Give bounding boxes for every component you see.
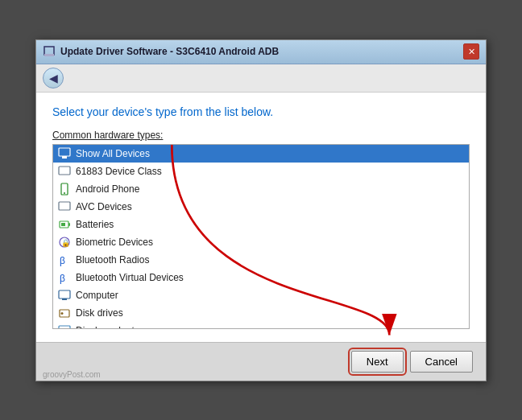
list-item-icon: 🔒 — [58, 236, 71, 249]
list-item-label: Show All Devices — [76, 148, 150, 159]
list-item-icon — [58, 165, 71, 178]
svg-text:β: β — [60, 255, 65, 266]
list-item-icon: β — [58, 253, 71, 266]
window-title: Update Driver Software - S3C6410 Android… — [60, 46, 458, 57]
title-bar: Update Driver Software - S3C6410 Android… — [36, 40, 486, 64]
list-item-label: Android Phone — [76, 183, 139, 195]
list-item-icon — [58, 307, 71, 319]
svg-rect-19 — [59, 326, 70, 329]
list-item-icon — [58, 200, 71, 213]
svg-rect-7 — [59, 202, 70, 210]
list-item-icon — [58, 324, 71, 329]
content-area: Select your device's type from the list … — [36, 93, 486, 342]
list-item[interactable]: 🔒Biometric Devices — [53, 233, 469, 251]
list-item-label: Disk drives — [76, 307, 123, 319]
cancel-button[interactable]: Cancel — [410, 351, 473, 373]
nav-bar: ◀ — [36, 64, 486, 93]
list-label: Common hardware types: — [52, 130, 470, 141]
watermark: groovyPost.com — [43, 370, 101, 379]
list-item[interactable]: Batteries — [53, 216, 469, 233]
svg-rect-15 — [59, 290, 70, 299]
footer: groovyPost.com Next Cancel — [36, 342, 486, 381]
list-item-label: Bluetooth Radios — [76, 254, 149, 266]
list-item[interactable]: 61883 Device Class — [53, 163, 469, 180]
svg-rect-2 — [59, 148, 70, 156]
svg-text:🔒: 🔒 — [61, 238, 71, 248]
list-item-label: Computer — [76, 290, 118, 301]
list-item-icon — [58, 289, 71, 302]
list-item[interactable]: Disk drives — [53, 304, 469, 322]
next-button[interactable]: Next — [351, 351, 404, 373]
back-button[interactable]: ◀ — [43, 68, 64, 89]
svg-text:β: β — [60, 273, 65, 284]
svg-rect-4 — [59, 167, 70, 175]
svg-point-6 — [64, 192, 65, 194]
list-item-icon: β — [58, 271, 71, 284]
list-item[interactable]: Computer — [53, 286, 469, 304]
list-item-label: Batteries — [76, 219, 114, 230]
close-button[interactable]: ✕ — [463, 43, 479, 60]
list-item[interactable]: Show All Devices — [53, 145, 469, 163]
svg-rect-0 — [44, 47, 54, 55]
list-item-label: Biometric Devices — [76, 237, 153, 248]
list-item-label: Bluetooth Virtual Devices — [76, 272, 184, 283]
list-item-label: AVC Devices — [76, 201, 132, 212]
list-item[interactable]: βBluetooth Radios — [53, 251, 469, 269]
list-item[interactable]: AVC Devices — [53, 198, 469, 216]
list-item[interactable]: βBluetooth Virtual Devices — [53, 269, 469, 286]
svg-rect-3 — [62, 156, 67, 159]
svg-rect-9 — [68, 223, 70, 226]
list-item-icon — [58, 147, 71, 160]
window-icon — [43, 45, 56, 58]
svg-point-18 — [61, 312, 64, 315]
list-item-icon — [58, 218, 71, 231]
hardware-type-list[interactable]: Show All Devices61883 Device ClassAndroi… — [52, 144, 470, 329]
update-driver-window: Update Driver Software - S3C6410 Android… — [35, 39, 487, 381]
list-item-label: Display adapters — [76, 325, 147, 329]
svg-rect-1 — [44, 54, 54, 56]
list-item[interactable]: Display adapters — [53, 322, 469, 329]
svg-rect-10 — [61, 223, 65, 226]
list-item-label: 61883 Device Class — [76, 166, 162, 177]
svg-rect-16 — [62, 299, 67, 300]
instruction-text: Select your device's type from the list … — [52, 105, 470, 118]
list-item-icon — [58, 183, 71, 196]
list-item[interactable]: Android Phone — [53, 180, 469, 198]
